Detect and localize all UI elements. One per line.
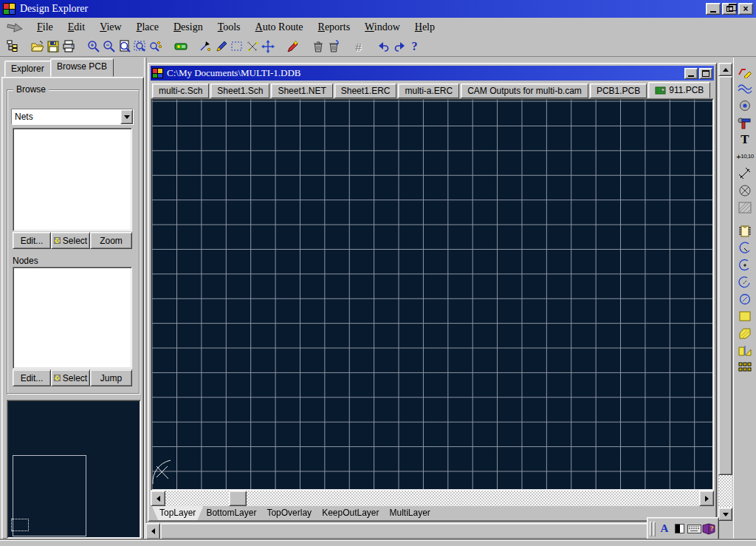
redo-icon[interactable] bbox=[391, 39, 407, 55]
doc-minimize-button[interactable] bbox=[684, 68, 698, 79]
pcb-canvas[interactable] bbox=[151, 98, 714, 491]
nodes-select-button[interactable]: Select bbox=[51, 369, 90, 386]
zoom-area-icon[interactable] bbox=[132, 39, 148, 55]
place-full-circle-icon[interactable] bbox=[736, 291, 754, 307]
place-string-icon[interactable]: T bbox=[736, 132, 754, 148]
menu-help[interactable]: Help bbox=[408, 19, 442, 35]
help-icon[interactable]: ? bbox=[407, 39, 422, 55]
menu-place[interactable]: Place bbox=[129, 19, 166, 35]
place-track-icon[interactable] bbox=[736, 81, 754, 97]
scroll-thumb[interactable] bbox=[160, 523, 693, 539]
nets-listbox[interactable] bbox=[13, 128, 132, 231]
draw-line-icon[interactable] bbox=[213, 39, 229, 55]
print-icon[interactable] bbox=[61, 39, 76, 55]
nodes-listbox[interactable] bbox=[13, 267, 132, 369]
close-button[interactable]: × bbox=[738, 3, 753, 15]
menu-grip-icon[interactable] bbox=[0, 23, 30, 33]
menu-file[interactable]: File bbox=[30, 19, 61, 35]
open-document-icon[interactable] bbox=[30, 39, 45, 55]
place-split-plane-icon[interactable] bbox=[736, 342, 754, 358]
menu-reports[interactable]: Reports bbox=[311, 19, 358, 35]
place-arc-any-angle-icon[interactable] bbox=[736, 274, 754, 290]
layer-tab-toplayer[interactable]: TopLayer bbox=[152, 506, 203, 520]
layer-tab-multilayer[interactable]: MultiLayer bbox=[382, 506, 438, 520]
place-pad-icon[interactable] bbox=[736, 98, 754, 114]
place-component-icon[interactable] bbox=[736, 223, 754, 239]
menu-design[interactable]: Design bbox=[166, 19, 210, 35]
keyboard-icon[interactable] bbox=[687, 522, 701, 536]
minimize-button[interactable] bbox=[706, 3, 721, 15]
zoom-point-icon[interactable] bbox=[148, 39, 163, 55]
explorer-toggle-icon[interactable] bbox=[4, 39, 20, 55]
panel-splitter[interactable] bbox=[144, 58, 147, 539]
undelete-icon[interactable] bbox=[326, 39, 341, 55]
delete-icon[interactable] bbox=[310, 39, 326, 55]
toggle-grid-icon[interactable]: # bbox=[351, 39, 366, 55]
scroll-up-button[interactable] bbox=[718, 63, 732, 76]
place-arc-center-icon[interactable] bbox=[736, 257, 754, 273]
panel-toggle-icon[interactable] bbox=[672, 522, 687, 536]
select-area-icon[interactable] bbox=[229, 39, 244, 55]
nets-zoom-button[interactable]: Zoom bbox=[90, 232, 132, 249]
place-keepout-icon[interactable] bbox=[736, 182, 754, 199]
place-fill-hatched-icon[interactable] bbox=[736, 199, 754, 216]
toolbar-grip[interactable] bbox=[653, 522, 656, 536]
doc-tab-911-pcb[interactable]: 911.PCB bbox=[648, 82, 710, 98]
workspace-vscrollbar[interactable] bbox=[718, 63, 732, 521]
zoom-in-icon[interactable] bbox=[86, 39, 101, 55]
menu-tools[interactable]: Tools bbox=[210, 19, 248, 35]
save-document-icon[interactable] bbox=[45, 39, 61, 55]
tab-browse-pcb[interactable]: Browse PCB bbox=[50, 58, 114, 77]
scroll-left-button[interactable] bbox=[145, 523, 160, 539]
toolbar-grip[interactable] bbox=[650, 522, 652, 536]
interactive-routing-icon[interactable] bbox=[736, 64, 754, 80]
doc-tab-multi-a-erc[interactable]: multi-a.ERC bbox=[398, 83, 459, 98]
scroll-down-button[interactable] bbox=[718, 508, 732, 521]
layer-tab-topoverlay[interactable]: TopOverlay bbox=[259, 506, 319, 520]
doc-tab-sheet1-sch[interactable]: Sheet1.Sch bbox=[210, 83, 269, 98]
font-size-icon[interactable]: A bbox=[657, 522, 672, 536]
scroll-thumb[interactable] bbox=[718, 76, 732, 475]
menu-auto-route[interactable]: Auto Route bbox=[248, 19, 311, 35]
help-book-icon[interactable]: ? bbox=[701, 522, 716, 536]
place-fill-icon[interactable] bbox=[736, 308, 754, 324]
browse-components-icon[interactable] bbox=[173, 39, 188, 55]
menu-edit[interactable]: Edit bbox=[61, 19, 92, 35]
doc-tab-multi-c-sch[interactable]: multi-c.Sch bbox=[152, 83, 209, 98]
zoom-document-icon[interactable] bbox=[117, 39, 132, 55]
menu-view[interactable]: View bbox=[92, 19, 129, 35]
dropdown-arrow-icon[interactable] bbox=[120, 109, 133, 124]
place-coordinate-icon[interactable]: +10,10 bbox=[736, 149, 754, 165]
layer-tab-keepoutlayer[interactable]: KeepOutLayer bbox=[315, 506, 386, 520]
undo-icon[interactable] bbox=[376, 39, 391, 55]
doc-tab-pcb1-pcb[interactable]: PCB1.PCB bbox=[590, 83, 647, 98]
document-hscrollbar[interactable] bbox=[151, 491, 714, 506]
nodes-jump-button[interactable]: Jump bbox=[90, 369, 132, 386]
scroll-track[interactable] bbox=[165, 491, 699, 506]
doc-tab-sheet1-net[interactable]: Sheet1.NET bbox=[271, 83, 332, 98]
tab-explorer[interactable]: Explorer bbox=[4, 61, 51, 77]
nets-select-button[interactable]: Select bbox=[51, 232, 90, 249]
wizard-icon[interactable] bbox=[285, 39, 300, 55]
doc-maximize-button[interactable] bbox=[699, 68, 712, 79]
scroll-left-button[interactable] bbox=[151, 491, 165, 506]
nodes-edit-button[interactable]: Edit... bbox=[13, 369, 51, 386]
nets-edit-button[interactable]: Edit... bbox=[13, 232, 51, 249]
place-via-icon[interactable] bbox=[736, 115, 754, 131]
minimap-viewport-rect[interactable] bbox=[11, 519, 29, 531]
place-dimension-icon[interactable] bbox=[736, 165, 754, 182]
place-arc-edge-icon[interactable] bbox=[736, 240, 754, 256]
move-object-icon[interactable] bbox=[260, 39, 275, 55]
menu-window[interactable]: Window bbox=[357, 19, 408, 35]
knife-cut-icon[interactable] bbox=[198, 39, 213, 55]
doc-tab-cam-outputs[interactable]: CAM Outputs for multi-b.cam bbox=[461, 83, 588, 98]
workspace-hscrollbar[interactable] bbox=[145, 523, 717, 539]
paste-array-icon[interactable] bbox=[736, 359, 754, 375]
scroll-thumb[interactable] bbox=[229, 491, 247, 506]
layer-tab-bottomlayer[interactable]: BottomLayer bbox=[199, 506, 264, 520]
scroll-right-button[interactable] bbox=[699, 491, 714, 506]
zoom-out-icon[interactable] bbox=[101, 39, 117, 55]
place-polygon-plane-icon[interactable] bbox=[736, 325, 754, 341]
deselect-all-icon[interactable] bbox=[244, 39, 260, 55]
browse-mode-dropdown[interactable]: Nets bbox=[11, 109, 134, 125]
